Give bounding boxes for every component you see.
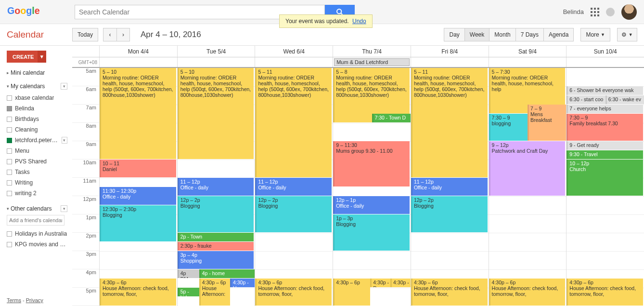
calendar-checkbox[interactable] (7, 148, 12, 154)
calendar-checkbox[interactable] (7, 159, 12, 164)
calendar-event[interactable]: 4:30p – 6pHouse Afternoon: check food, t… (255, 279, 332, 306)
calendar-event[interactable]: 12:30p – 2:30pBlogging (100, 205, 176, 241)
calendar-event[interactable]: 5 – 11Morning routine: ORDER health, hou… (255, 68, 332, 177)
dropdown-icon[interactable]: ▾ (61, 205, 67, 212)
calendar-item[interactable]: writing 2 (7, 188, 67, 199)
calendar-event[interactable]: 9 – 11:30Mums group 9.30 - 11.00 (333, 141, 410, 186)
calendar-event[interactable]: 4:30p - D (370, 279, 390, 287)
calendar-item[interactable]: letchford.peter@gma▾ (7, 135, 67, 146)
view-week[interactable]: Week (464, 28, 489, 41)
calendar-item[interactable]: Belinda (7, 103, 67, 114)
calendar-item[interactable]: KPG movies and events (7, 239, 67, 250)
create-button[interactable]: CREATE▾ (7, 51, 46, 63)
allday-cell[interactable] (99, 57, 177, 67)
allday-event[interactable]: Mum & Dad Letchford (334, 58, 410, 66)
terms-link[interactable]: Terms (7, 297, 21, 303)
calendar-event[interactable]: 10 – 11Daniel (100, 160, 176, 177)
day-header[interactable]: Wed 6/4 (255, 46, 333, 57)
day-header[interactable]: Mon 4/4 (99, 46, 177, 57)
calendar-event[interactable]: 7:30 – 9blogging (489, 114, 528, 141)
calendar-event[interactable]: 4:30p - m (390, 279, 411, 287)
day-cell[interactable]: 5 – 11Morning routine: ORDER health, hou… (411, 68, 489, 306)
calendar-event[interactable]: 6:30 - wake ev (605, 95, 644, 104)
view-month[interactable]: Month (489, 28, 515, 41)
next-button[interactable]: › (116, 28, 130, 41)
calendar-event[interactable]: 5 – 10Morning routine: ORDER health, hou… (100, 68, 176, 159)
allday-cell[interactable] (411, 57, 489, 67)
calendar-checkbox[interactable] (7, 231, 12, 237)
calendar-checkbox[interactable] (7, 95, 12, 101)
calendar-item[interactable]: xbase calendar (7, 93, 67, 103)
calendar-event[interactable]: 7:30 - Town D (372, 114, 411, 122)
allday-cell[interactable] (489, 57, 567, 67)
view-agenda[interactable]: Agenda (543, 28, 574, 41)
calendar-event[interactable]: 11 – 12pOffice - daily (411, 178, 488, 196)
calendar-event[interactable]: 7:30 – 9Family breakfast 7.30 (567, 114, 643, 141)
calendar-checkbox[interactable] (7, 127, 12, 133)
calendar-event[interactable]: 1p – 3pBlogging (333, 214, 410, 251)
calendar-checkbox[interactable] (7, 191, 12, 196)
day-cell[interactable]: 5 – 10Morning routine: ORDER health, hou… (177, 68, 255, 306)
day-cell[interactable]: 6 - Shower b4 everyone wak6:30 - start c… (566, 68, 644, 306)
calendar-event[interactable]: 2:30p - frauke (178, 242, 254, 251)
day-header[interactable]: Fri 8/4 (411, 46, 489, 57)
calendar-event[interactable]: 9 - Get ready (567, 141, 643, 150)
calendar-event[interactable]: 12p – 2pBlogging (411, 196, 488, 232)
calendar-event[interactable]: 3p – 4pShopping (178, 251, 254, 269)
add-friend-input[interactable] (7, 215, 64, 226)
calendar-item[interactable]: Birthdays (7, 114, 67, 124)
calendar-event[interactable]: 11 – 12pOffice - daily (255, 178, 332, 196)
calendar-event[interactable]: 9:30 - Travel (567, 150, 643, 159)
calendar-event[interactable]: 12p – 1pOffice - daily (333, 196, 410, 214)
avatar[interactable] (621, 4, 637, 20)
apps-icon[interactable] (591, 8, 599, 16)
calendar-event[interactable]: 4:30p - U (230, 279, 255, 287)
mini-calendar-toggle[interactable]: ▸Mini calendar (7, 69, 67, 76)
calendar-event[interactable]: 10 – 12pChurch (567, 160, 643, 196)
calendar-checkbox[interactable] (7, 106, 12, 111)
calendar-event[interactable]: 11:30 – 12:30pOffice - daily (100, 187, 176, 205)
calendar-event[interactable]: 4:30p – 6p (333, 279, 370, 306)
calendar-event[interactable]: 7 – 9Mens Breakfast (528, 105, 566, 141)
calendar-event[interactable]: 4:30p – 6pHouse Afternoon: check food, t… (489, 279, 566, 306)
calendar-event[interactable]: 4p - home (199, 269, 255, 278)
other-calendars-toggle[interactable]: ▾Other calendars▾ (7, 205, 67, 212)
calendar-checkbox[interactable] (7, 117, 12, 122)
calendar-checkbox[interactable] (7, 138, 12, 143)
google-logo[interactable]: Google (7, 5, 52, 19)
dropdown-icon[interactable]: ▾ (61, 83, 67, 90)
undo-link[interactable]: Undo (352, 18, 366, 25)
calendar-event[interactable]: 4:30p – 6pHouse Afternoon: check food, t… (411, 279, 488, 306)
calendar-item[interactable]: Tasks (7, 167, 67, 177)
privacy-link[interactable]: Privacy (26, 297, 43, 303)
calendar-event[interactable]: 7 - everyone helps (567, 105, 643, 113)
calendar-checkbox[interactable] (7, 180, 12, 186)
view-day[interactable]: Day (444, 28, 464, 41)
calendar-item[interactable]: Menu (7, 146, 67, 156)
calendar-event[interactable]: 12p – 2pBlogging (255, 196, 332, 232)
calendar-event[interactable]: 11 – 12pOffice - daily (178, 178, 254, 196)
calendar-item[interactable]: Holidays in Australia (7, 228, 67, 239)
calendar-event[interactable]: 5p - kids (178, 288, 199, 296)
my-calendars-toggle[interactable]: ▾My calendars▾ (7, 83, 67, 90)
day-cell[interactable]: 5 – 7:30Morning routine: ORDER health, h… (489, 68, 567, 306)
notifications-icon[interactable] (606, 8, 615, 16)
day-cell[interactable]: 5 – 11Morning routine: ORDER health, hou… (255, 68, 333, 306)
today-button[interactable]: Today (72, 28, 98, 41)
calendar-event[interactable]: 4:30p – 6pHouse Afternoon: (199, 279, 230, 306)
day-header[interactable]: Tue 5/4 (177, 46, 255, 57)
day-header[interactable]: Sun 10/4 (566, 46, 644, 57)
calendar-event[interactable]: 6 - Shower b4 everyone wak (567, 86, 643, 95)
calendar-checkbox[interactable] (7, 242, 12, 247)
dropdown-icon[interactable]: ▾ (62, 137, 67, 144)
calendar-event[interactable]: 2p - Town (178, 233, 254, 241)
settings-button[interactable]: ⚙ ▼ (617, 28, 637, 41)
prev-button[interactable]: ‹ (103, 28, 116, 41)
day-cell[interactable]: 5 – 10Morning routine: ORDER health, hou… (99, 68, 177, 306)
day-header[interactable]: Thu 7/4 (333, 46, 411, 57)
more-button[interactable]: More ▼ (580, 28, 610, 41)
calendar-event[interactable]: 12p – 2pBlogging (178, 196, 254, 232)
view-7-days[interactable]: 7 Days (515, 28, 543, 41)
calendar-event[interactable]: 4:30p – 6pHouse Afternoon: check food, t… (567, 279, 643, 306)
allday-cell[interactable]: Mum & Dad Letchford (333, 57, 411, 67)
